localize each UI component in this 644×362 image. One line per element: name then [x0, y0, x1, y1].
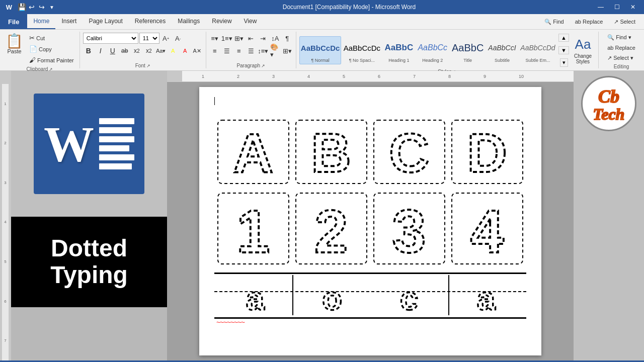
strikethrough-btn[interactable]: ab	[119, 45, 130, 56]
clear-format-btn[interactable]: A✕	[192, 45, 203, 56]
minimize-btn[interactable]: —	[594, 2, 608, 12]
copy-button[interactable]: 📄 Copy	[27, 44, 76, 54]
paste-button[interactable]: 📋 Paste	[3, 33, 26, 56]
style-normal[interactable]: AaBbCcDc ¶ Normal	[299, 36, 342, 64]
shading-btn[interactable]: 🎨▾	[270, 45, 281, 56]
styles-content: AaBbCcDc ¶ Normal AaBbCcDc ¶ No Spaci...…	[299, 32, 595, 68]
font-size-select[interactable]: 11	[139, 33, 159, 44]
view-tab[interactable]: View	[238, 14, 263, 29]
style-heading2[interactable]: AaBbCc Heading 2	[416, 36, 449, 64]
format-painter-button[interactable]: 🖌 Format Painter	[27, 55, 76, 65]
font-name-row: Calibri 11 A+ A-	[83, 33, 184, 44]
svg-text:4: 4	[470, 198, 504, 265]
grow-font-btn[interactable]: A+	[160, 33, 172, 44]
style-subtle-em[interactable]: AaBbCcDd Subtle Em...	[519, 36, 557, 64]
ribbon: File Home Insert Page Layout References …	[0, 14, 644, 71]
window-title: Document1 [Compatibility Mode] - Microso…	[105, 4, 594, 11]
subscript-btn[interactable]: x2	[131, 45, 142, 56]
svg-text:1: 1	[236, 198, 270, 265]
align-center-btn[interactable]: ☰	[221, 45, 232, 56]
numbering-btn[interactable]: 1≡▾	[221, 33, 232, 44]
svg-text:1: 1	[202, 74, 204, 79]
select-editing-btn[interactable]: ↗ Select ▾	[605, 53, 636, 63]
letter-d-dotted: D	[451, 119, 524, 185]
styles-expand[interactable]: ▾	[560, 58, 568, 67]
italic-btn[interactable]: I	[95, 45, 106, 56]
borders-btn[interactable]: ⊞▾	[282, 45, 293, 56]
mailings-tab[interactable]: Mailings	[172, 14, 206, 29]
styles-scroll-up[interactable]: ▲	[558, 34, 569, 42]
undo-quick-btn[interactable]: ↩	[27, 3, 36, 12]
bullets-btn[interactable]: ≡▾	[209, 33, 220, 44]
find-icon: 🔍	[544, 19, 551, 25]
text-case-btn[interactable]: Aa▾	[155, 45, 167, 56]
font-group: Calibri 11 A+ A- B I U ab x2 x2 Aa▾ A	[80, 32, 206, 68]
close-btn[interactable]: ✕	[626, 2, 640, 12]
change-styles-button[interactable]: Aa Change Styles	[571, 35, 595, 66]
insert-tab[interactable]: Insert	[55, 14, 83, 29]
document-scroll-area[interactable]: A B C D	[167, 82, 574, 360]
font-name-select[interactable]: Calibri	[83, 33, 138, 44]
number-2-dotted: 2	[295, 192, 368, 265]
svg-text:4: 4	[307, 74, 310, 79]
cut-button[interactable]: ✂ Cut	[27, 33, 76, 43]
home-tab[interactable]: Home	[27, 14, 55, 29]
text-highlight-btn[interactable]: A	[168, 45, 179, 56]
maximize-btn[interactable]: ☐	[610, 2, 624, 12]
multilevel-btn[interactable]: ⊞▾	[233, 33, 245, 44]
underline-btn[interactable]: U	[107, 45, 118, 56]
save-quick-btn[interactable]: 💾	[17, 3, 26, 12]
increase-indent-btn[interactable]: ⇥	[258, 33, 269, 44]
page-layout-tab[interactable]: Page Layout	[83, 14, 128, 29]
document-page[interactable]: A B C D	[199, 87, 541, 355]
replace-editing-btn[interactable]: ab Replace	[605, 43, 638, 52]
number-4-dotted: 4	[451, 192, 524, 265]
replace-icon: ab	[607, 45, 613, 51]
para-expand-icon[interactable]: ↗	[261, 63, 265, 68]
window-controls: — ☐ ✕	[594, 2, 640, 12]
line-spacing-btn[interactable]: ↕≡▾	[258, 45, 269, 56]
superscript-btn[interactable]: x2	[143, 45, 154, 56]
styles-scroll-down[interactable]: ▼	[558, 46, 569, 54]
letter-o-lower-dotted: o	[302, 277, 362, 313]
left-panel: W Dotted Typing	[11, 71, 167, 360]
find-btn[interactable]: 🔍 Find	[540, 17, 568, 27]
redo-quick-btn[interactable]: ↪	[37, 3, 46, 12]
shrink-font-btn[interactable]: A-	[173, 33, 184, 44]
format-painter-icon: 🖌	[29, 56, 36, 64]
number-1-dotted: 1	[217, 192, 290, 265]
dotted-typing-text: Dotted Typing	[50, 235, 128, 289]
customize-quick-btn[interactable]: ▼	[47, 3, 56, 12]
style-no-spacing[interactable]: AaBbCcDc ¶ No Spaci...	[342, 36, 382, 64]
review-tab[interactable]: Review	[206, 14, 237, 29]
align-right-btn[interactable]: ≡	[233, 45, 245, 56]
paste-icon: 📋	[6, 34, 23, 48]
style-subtitle[interactable]: AaBbCcI Subtitle	[486, 36, 518, 64]
clipboard-right: ✂ Cut 📄 Copy 🖌 Format Painter	[27, 33, 76, 65]
find-editing-btn[interactable]: 🔍 Find ▾	[605, 33, 633, 42]
select-btn[interactable]: ↗ Select	[609, 17, 640, 27]
align-left-btn[interactable]: ≡	[209, 45, 220, 56]
justify-btn[interactable]: ☰	[246, 45, 257, 56]
quick-access-toolbar: 💾 ↩ ↪ ▼	[17, 3, 56, 12]
svg-text:7: 7	[413, 74, 416, 79]
bold-btn[interactable]: B	[83, 45, 94, 56]
style-heading1-preview: AaBbC	[385, 38, 414, 58]
style-title[interactable]: AaBbC Title	[450, 36, 486, 64]
font-format-row: B I U ab x2 x2 Aa▾ A A A✕	[83, 45, 203, 56]
style-heading1[interactable]: AaBbC Heading 1	[382, 36, 415, 64]
show-formatting-btn[interactable]: ¶	[282, 33, 293, 44]
right-panel: Cb Cb Tech Tech	[574, 71, 644, 360]
main-area: 1234567 W Dotted Typing	[0, 71, 644, 360]
font-color-btn[interactable]: A	[180, 45, 191, 56]
sort-btn[interactable]: ↕A	[270, 33, 281, 44]
replace-btn[interactable]: ab Replace	[571, 17, 608, 26]
decrease-indent-btn[interactable]: ⇤	[246, 33, 257, 44]
title-bar: W 💾 ↩ ↪ ▼ Document1 [Compatibility Mode]…	[0, 0, 644, 14]
font-expand-icon[interactable]: ↗	[146, 63, 150, 68]
file-tab[interactable]: File	[0, 14, 27, 29]
align-row: ≡ ☰ ≡ ☰ ↕≡▾ 🎨▾ ⊞▾	[209, 45, 293, 56]
word-logo-lines	[99, 118, 134, 169]
references-tab[interactable]: References	[129, 14, 172, 29]
horizontal-ruler: 1 2 3 4 5 6 7 8 9 10	[167, 71, 574, 82]
